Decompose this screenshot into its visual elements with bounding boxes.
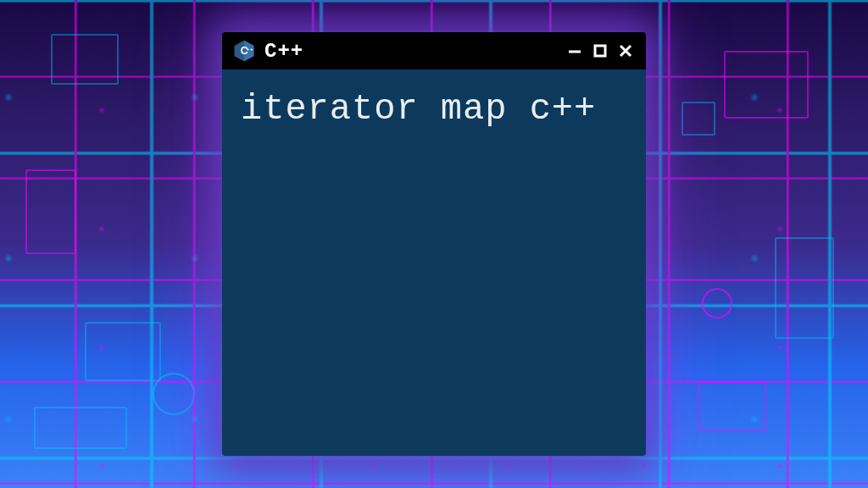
circuit-trace <box>34 407 127 449</box>
circuit-trace <box>775 237 834 339</box>
terminal-window: C + + C++ ite <box>222 32 646 456</box>
maximize-button[interactable] <box>590 41 610 61</box>
circuit-node <box>153 373 195 415</box>
minimize-button[interactable] <box>565 41 585 61</box>
circuit-trace <box>85 322 161 381</box>
circuit-trace <box>724 51 809 119</box>
svg-text:+: + <box>247 46 250 52</box>
window-title: C++ <box>264 40 556 63</box>
circuit-trace <box>698 381 766 432</box>
cpp-logo-icon: C + + <box>232 39 256 63</box>
terminal-content[interactable]: iterator map c++ <box>222 69 646 456</box>
window-controls <box>565 41 636 61</box>
circuit-trace <box>682 102 715 136</box>
close-button[interactable] <box>615 41 636 61</box>
circuit-trace <box>25 169 76 254</box>
svg-rect-6 <box>595 46 605 56</box>
circuit-node <box>702 288 732 319</box>
window-titlebar[interactable]: C + + C++ <box>222 32 646 69</box>
circuit-trace <box>51 34 119 85</box>
svg-text:+: + <box>250 46 253 52</box>
